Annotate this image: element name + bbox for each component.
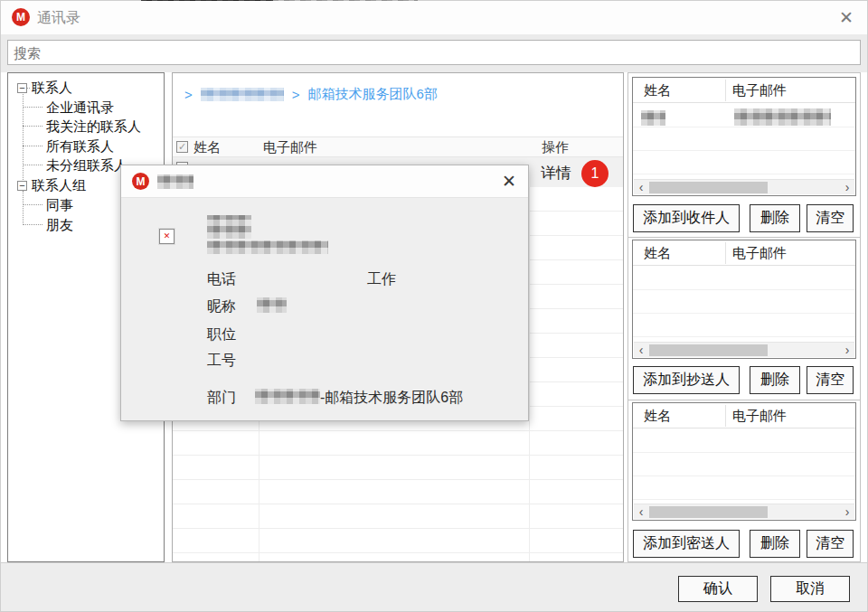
cc-list: 姓名 电子邮件 ‹ › (632, 240, 856, 359)
to-list-header: 姓名 电子邮件 (633, 78, 855, 103)
tree-connector (23, 224, 42, 225)
tree-connector (23, 146, 42, 146)
breadcrumb-item-team[interactable]: 邮箱技术服务团队6部 (308, 86, 438, 103)
column-header-email: 电子邮件 (732, 82, 787, 99)
bcc-clear-button[interactable]: 清空 (807, 530, 854, 558)
sidebar-item-friends[interactable]: 朋友 (46, 216, 73, 234)
cc-list-scrollbar[interactable]: ‹ › (634, 342, 854, 357)
cc-clear-button[interactable]: 清空 (807, 366, 854, 394)
notification-badge: 1 (581, 160, 609, 187)
bcc-list-rows (633, 429, 855, 504)
column-header-name: 姓名 (193, 139, 221, 156)
confirm-button[interactable]: 确认 (678, 576, 758, 602)
cc-list-rows (633, 267, 855, 342)
scroll-left-icon[interactable]: ‹ (634, 504, 648, 519)
section-divider (628, 400, 860, 400)
footer-bar: 确认 取消 (1, 562, 867, 611)
field-label-employee-id: 工号 (207, 352, 236, 371)
scroll-left-icon[interactable]: ‹ (634, 343, 648, 357)
sidebar-item-ungrouped-contacts[interactable]: 未分组联系人 (46, 156, 127, 174)
cc-delete-button[interactable]: 删除 (750, 366, 800, 394)
column-divider (725, 242, 726, 264)
to-list: 姓名 电子邮件 ‹ › (632, 77, 856, 196)
to-clear-button[interactable]: 清空 (807, 204, 854, 232)
sidebar-item-label: 同事 (46, 197, 73, 214)
department-prefix-redacted (255, 389, 320, 404)
contact-name-redacted (207, 215, 251, 239)
breadcrumb-item-redacted[interactable] (201, 88, 284, 101)
scroll-right-icon[interactable]: › (840, 180, 854, 194)
scroll-right-icon[interactable]: › (840, 343, 854, 357)
breadcrumb-separator: > (292, 87, 300, 102)
select-all-checkbox[interactable]: ✓ (176, 141, 188, 153)
add-to-bcc-button[interactable]: 添加到密送人 (633, 530, 740, 558)
sidebar-item-all-contacts[interactable]: 所有联系人 (46, 137, 114, 155)
column-header-email: 电子邮件 (732, 245, 787, 262)
sidebar-item-label: 所有联系人 (46, 138, 114, 155)
sidebar-item-label: 企业通讯录 (46, 99, 114, 117)
app-logo-icon: M (12, 8, 30, 26)
bcc-delete-button[interactable]: 删除 (750, 530, 800, 558)
window-title: 通讯录 (37, 9, 80, 28)
cancel-button[interactable]: 取消 (770, 576, 850, 602)
column-divider (529, 187, 530, 561)
breadcrumb-separator: > (184, 87, 193, 102)
tree-connector (23, 191, 24, 225)
bcc-list: 姓名 电子邮件 ‹ › (632, 402, 856, 521)
column-header-name: 姓名 (644, 82, 671, 99)
breadcrumb: > > 邮箱技术服务团队6部 (184, 86, 438, 103)
dialog-close-icon[interactable]: ✕ (502, 173, 516, 190)
dialog-title-redacted (157, 174, 193, 189)
to-list-rows (633, 104, 855, 179)
column-divider (725, 405, 726, 427)
column-header-name: 姓名 (644, 245, 671, 262)
cc-list-header: 姓名 电子邮件 (633, 240, 855, 266)
scrollbar-thumb[interactable] (649, 182, 768, 193)
title-bar: M 通讯录 ✕ (1, 1, 867, 34)
tree-connector (23, 165, 42, 165)
contact-email-redacted (207, 240, 328, 254)
contact-detail-dialog: M ✕ ✕ 电话 工作 昵称 职位 工号 部门 -邮箱技术服务团队6部 (120, 165, 529, 421)
detail-link[interactable]: 详情 (541, 163, 571, 184)
column-divider (725, 80, 726, 101)
sidebar-item-enterprise-directory[interactable]: 企业通讯录 (46, 99, 114, 117)
expander-minus-icon[interactable]: − (17, 181, 27, 191)
search-input[interactable] (7, 40, 861, 65)
bcc-list-scrollbar[interactable]: ‹ › (634, 504, 854, 519)
broken-avatar-icon: ✕ (159, 229, 175, 244)
field-label-nickname: 昵称 (207, 297, 236, 316)
table-header: ✓ 姓名 电子邮件 操作 (173, 137, 623, 157)
add-to-cc-button[interactable]: 添加到抄送人 (633, 366, 740, 394)
sidebar-item-colleagues[interactable]: 同事 (46, 196, 73, 214)
sidebar-item-label: 我关注的联系人 (46, 118, 141, 136)
dialog-title-bar: M ✕ (121, 165, 528, 198)
search-band (1, 34, 867, 72)
sidebar-item-label: 联系人 (32, 80, 72, 97)
window-close-icon[interactable]: ✕ (839, 9, 854, 26)
recipients-panel: 姓名 电子邮件 ‹ › 添加到收件人 删除 清空 姓名 电子邮件 ‹ › 添加到… (627, 72, 861, 562)
scroll-left-icon[interactable]: ‹ (634, 180, 648, 194)
bcc-list-header: 姓名 电子邮件 (633, 403, 855, 428)
add-to-recipients-button[interactable]: 添加到收件人 (633, 204, 740, 232)
to-delete-button[interactable]: 删除 (750, 204, 800, 232)
column-header-email: 电子邮件 (263, 139, 317, 156)
sidebar-item-contact-groups[interactable]: − 联系人组 (17, 176, 86, 194)
field-label-work: 工作 (367, 270, 396, 289)
to-list-scrollbar[interactable]: ‹ › (634, 179, 854, 194)
tree-connector (23, 204, 42, 205)
app-logo-icon: M (132, 173, 149, 190)
sidebar-item-followed-contacts[interactable]: 我关注的联系人 (46, 118, 141, 136)
tree-connector (23, 126, 42, 127)
sidebar-item-label: 朋友 (46, 217, 73, 234)
sidebar-item-contacts[interactable]: − 联系人 (17, 79, 72, 97)
expander-minus-icon[interactable]: − (17, 83, 27, 93)
field-label-position: 职位 (207, 325, 236, 344)
scrollbar-thumb[interactable] (649, 344, 768, 356)
nickname-value-redacted (257, 297, 287, 313)
recipient-email-redacted (734, 108, 831, 126)
sidebar-item-label: 联系人组 (32, 177, 86, 194)
section-divider (628, 237, 860, 238)
field-label-department: 部门 (207, 389, 236, 408)
scroll-right-icon[interactable]: › (840, 504, 854, 519)
scrollbar-thumb[interactable] (649, 506, 768, 518)
